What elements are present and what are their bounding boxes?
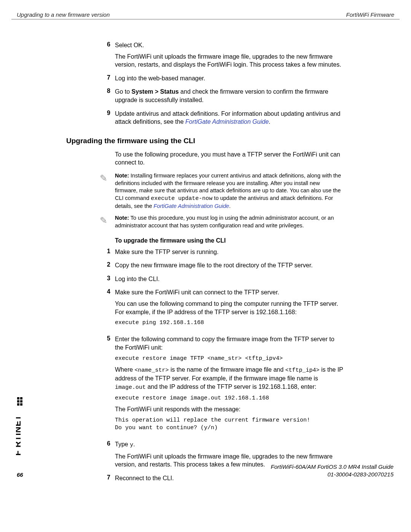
- svg-rect-0: [17, 397, 19, 399]
- step-number: 5: [100, 335, 115, 342]
- note-block: ✎Note: To use this procedure, you must l…: [100, 214, 343, 229]
- step-body: Update antivirus and attack definitions.…: [115, 110, 343, 126]
- step-body: Log into the CLI.: [115, 275, 343, 283]
- list-item: 3Log into the CLI.: [100, 275, 343, 283]
- step-number: 6: [100, 41, 115, 48]
- step-body: Enter the following command to copy the …: [115, 335, 343, 435]
- section-notes: ✎Note: Installing firmware replaces your…: [100, 172, 343, 230]
- step-number: 9: [100, 110, 115, 117]
- footer-right: FortiWiFi-60A/AM FortiOS 3.0 MR4 Install…: [271, 463, 393, 478]
- list-item: 8Go to System > Status and check the fir…: [100, 88, 343, 104]
- svg-rect-2: [17, 400, 19, 403]
- step-number: 2: [100, 261, 115, 268]
- note-block: ✎Note: Installing firmware replaces your…: [100, 172, 343, 210]
- footer-line1: FortiWiFi-60A/AM FortiOS 3.0 MR4 Install…: [271, 463, 393, 471]
- step-body: Go to System > Status and check the firm…: [115, 88, 343, 104]
- list-item: 2Copy the new firmware image file to the…: [100, 261, 343, 270]
- svg-rect-1: [20, 397, 22, 399]
- section-intro: To use the following procedure, you must…: [115, 150, 343, 167]
- svg-text:F   RTINET: F RTINET: [16, 415, 22, 456]
- step-body: Log into the web-based manager.: [115, 74, 343, 83]
- step-number: 3: [100, 275, 115, 282]
- note-icon: ✎: [100, 172, 115, 184]
- note-icon: ✎: [100, 214, 115, 226]
- subheading: To upgrade the firmware using the CLI: [115, 237, 343, 244]
- fortinet-logo: F RTINET: [16, 397, 25, 464]
- svg-rect-4: [17, 403, 19, 406]
- section-heading: Upgrading the firmware using the CLI: [66, 137, 343, 145]
- header-rule: [11, 19, 400, 19]
- list-item: 1Make sure the TFTP server is running.: [100, 248, 343, 256]
- top-ordered-steps: 6Select OK.The FortiWiFi unit uploads th…: [100, 41, 343, 126]
- svg-rect-5: [20, 403, 22, 406]
- step-body: Copy the new firmware image file to the …: [115, 261, 343, 270]
- footer-line2: 01-30004-0283-20070215: [271, 471, 393, 478]
- svg-rect-3: [20, 400, 22, 403]
- step-number: 8: [100, 88, 115, 94]
- header-left: Upgrading to a new firmware version: [17, 11, 110, 18]
- content-area: 6Select OK.The FortiWiFi unit uploads th…: [100, 41, 343, 484]
- list-item: 9Update antivirus and attack definitions…: [100, 110, 343, 126]
- list-item: 5Enter the following command to copy the…: [100, 335, 343, 435]
- note-text: Note: To use this procedure, you must lo…: [115, 214, 343, 229]
- step-body: Select OK.The FortiWiFi unit uploads the…: [115, 41, 343, 69]
- list-item: 6Select OK.The FortiWiFi unit uploads th…: [100, 41, 343, 69]
- step-number: 6: [100, 440, 115, 447]
- step-number: 7: [100, 474, 115, 481]
- cli-ordered-steps: 1Make sure the TFTP server is running.2C…: [100, 248, 343, 482]
- note-text: Note: Installing firmware replaces your …: [115, 172, 343, 210]
- step-number: 4: [100, 288, 115, 295]
- list-item: 4Make sure the FortiWiFi unit can connec…: [100, 288, 343, 330]
- step-number: 7: [100, 74, 115, 81]
- page-number: 66: [17, 471, 23, 478]
- step-body: Make sure the FortiWiFi unit can connect…: [115, 288, 343, 330]
- header-right: FortiWiFi Firmware: [346, 11, 394, 18]
- step-number: 1: [100, 248, 115, 255]
- step-body: Make sure the TFTP server is running.: [115, 248, 343, 256]
- list-item: 7Log into the web-based manager.: [100, 74, 343, 83]
